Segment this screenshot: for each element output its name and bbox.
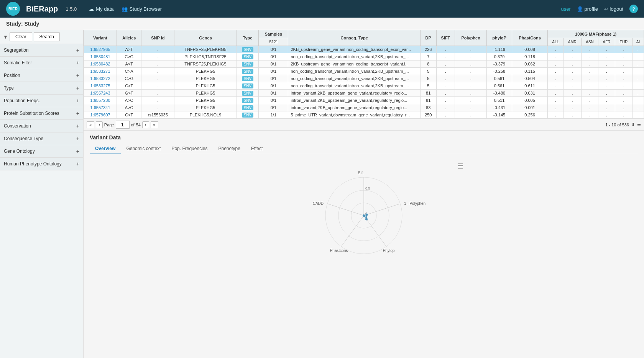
download-icon[interactable]: ⬇	[631, 122, 635, 127]
cell-variant[interactable]: 1:6557243	[84, 90, 117, 97]
users-icon: 👥	[122, 6, 128, 12]
columns-icon[interactable]: ☰	[637, 122, 641, 127]
logout-link[interactable]: ↩ logout	[604, 6, 623, 12]
sidebar-section-protein-substitution-scores[interactable]: Protein Substitution Scores+	[0, 107, 83, 120]
cell-variant[interactable]: 1:6557280	[84, 97, 117, 104]
cell-snpid: .	[141, 97, 174, 104]
cell-snpid: .	[141, 75, 174, 82]
cell-genes: PLEKHG5	[174, 82, 237, 90]
first-page-button[interactable]: «	[87, 121, 94, 128]
sidebar-section-consequence-type[interactable]: Consequence Type+	[0, 132, 83, 145]
prev-page-button[interactable]: ‹	[96, 121, 103, 128]
cell-variant[interactable]: 1:6530482	[84, 60, 117, 68]
cell-variant[interactable]: 1:6527965	[84, 46, 117, 53]
tab-phenotype[interactable]: Phenotype	[213, 144, 245, 154]
page-input[interactable]	[116, 121, 130, 129]
user-link[interactable]: user	[561, 6, 571, 12]
cell-snpid: .	[141, 90, 174, 97]
help-button[interactable]: ?	[629, 5, 638, 13]
cell-sift: .	[436, 104, 455, 111]
cell-maf: .	[598, 104, 615, 111]
cell-phastcons: 0.256	[512, 111, 547, 119]
table-row[interactable]: 1:6533271 C>A . PLEKHG5 SNV 0/1 non_codi…	[84, 68, 644, 75]
app-logo[interactable]: BiER	[6, 2, 20, 16]
cell-polyphen: .	[455, 60, 487, 68]
cell-maf: .	[615, 97, 632, 104]
table-row[interactable]: 1:6557341 A>C . PLEKHG5 SNV 0/1 intron_v…	[84, 104, 644, 111]
cell-maf: .	[581, 90, 598, 97]
variant-data-title: Variant Data	[90, 134, 638, 141]
profile-link[interactable]: 👤 profile	[577, 6, 598, 12]
svg-line-5	[364, 216, 386, 247]
nav-study-browser[interactable]: 👥 Study Browser	[122, 6, 162, 12]
table-row[interactable]: 1:6530482 A>T . TNFRSF25,PLEKHG5 SNV 0/1…	[84, 60, 644, 68]
sidebar-section-type[interactable]: Type+	[0, 82, 83, 95]
cell-sift: .	[436, 111, 455, 119]
sidebar-section-conservation[interactable]: Conservation+	[0, 120, 83, 132]
table-row[interactable]: 1:6533275 C>T . PLEKHG5 SNV 0/1 non_codi…	[84, 82, 644, 90]
sidebar-section-human-phenotype-ontology[interactable]: Human Phenotype Ontology+	[0, 158, 83, 170]
sidebar-section-population-freqs.[interactable]: Population Freqs.+	[0, 95, 83, 107]
cell-maf: .	[548, 75, 564, 82]
navbar: BiER BiERapp 1.5.0 ☁ My data 👥 Study Bro…	[0, 0, 644, 18]
tab-pop.-frequencies[interactable]: Pop. Frequencies	[166, 144, 213, 154]
last-page-button[interactable]: »	[151, 121, 158, 128]
cell-maf: .	[548, 68, 564, 75]
cell-phastcons: 0.504	[512, 75, 547, 82]
sidebar-sections: Segregation+Somatic Filter+Position+Type…	[0, 44, 83, 170]
search-button[interactable]: Search	[34, 32, 60, 41]
table-row[interactable]: 1:6530481 C>G . PLEKHG5,TNFRSF25 SNV 0/1…	[84, 53, 644, 60]
expand-icon: +	[76, 60, 79, 66]
cell-variant[interactable]: 1:6579607	[84, 111, 117, 119]
table-row[interactable]: 1:6557280 A>C . PLEKHG5 SNV 0/1 intron_v…	[84, 97, 644, 104]
sidebar-section-position[interactable]: Position+	[0, 69, 83, 82]
cell-maf: .	[632, 97, 644, 104]
of-label: of	[131, 123, 135, 127]
table-row[interactable]: 1:6557243 G>T . PLEKHG5 SNV 0/1 intron_v…	[84, 90, 644, 97]
variant-table-container[interactable]: Variant Alleles SNP Id Genes Type Sample…	[84, 30, 644, 119]
sidebar-section-somatic-filter[interactable]: Somatic Filter+	[0, 57, 83, 69]
chart-menu-icon[interactable]: ☰	[457, 162, 463, 170]
nav-mydata[interactable]: ☁ My data	[89, 6, 113, 12]
table-row[interactable]: 1:6533272 C>G . PLEKHG5 SNV 0/1 non_codi…	[84, 75, 644, 82]
clear-button[interactable]: Clear	[10, 32, 32, 41]
cell-maf: .	[564, 46, 582, 53]
table-row[interactable]: 1:6579607 C>T rs1556035 PLEKHG5,NOL9 SNV…	[84, 111, 644, 119]
expand-icon: +	[76, 123, 79, 129]
cell-genes: PLEKHG5	[174, 90, 237, 97]
cell-samples: 0/1	[259, 82, 288, 90]
tab-overview[interactable]: Overview	[90, 144, 121, 154]
cell-maf: .	[564, 68, 582, 75]
svg-point-11	[363, 214, 365, 217]
table-row[interactable]: 1:6527965 A>T . TNFRSF25,PLEKHG5 SNV 0/1…	[84, 46, 644, 53]
next-page-button[interactable]: ›	[142, 121, 149, 128]
cell-maf: .	[598, 46, 615, 53]
cell-variant[interactable]: 1:6533275	[84, 82, 117, 90]
cell-snpid: .	[141, 60, 174, 68]
cell-type: SNV	[237, 53, 259, 60]
svg-point-12	[366, 214, 368, 216]
cell-maf: .	[632, 104, 644, 111]
tab-genomic-context[interactable]: Genomic context	[121, 144, 166, 154]
tab-effect[interactable]: Effect	[246, 144, 268, 154]
expand-icon: +	[76, 47, 79, 53]
sidebar-section-segregation[interactable]: Segregation+	[0, 44, 83, 57]
cell-variant[interactable]: 1:6530481	[84, 53, 117, 60]
cell-phylop: 0.561	[487, 75, 512, 82]
cell-variant[interactable]: 1:6533271	[84, 68, 117, 75]
cell-maf: .	[598, 60, 615, 68]
cell-maf: .	[548, 53, 564, 60]
cell-variant[interactable]: 1:6533272	[84, 75, 117, 82]
cell-maf: .	[548, 82, 564, 90]
cell-phylop: -0.480	[487, 90, 512, 97]
cell-type: SNV	[237, 75, 259, 82]
cell-alleles: C>T	[117, 82, 141, 90]
person-icon: 👤	[577, 6, 583, 12]
sidebar-section-gene-ontology[interactable]: Gene Ontology+	[0, 145, 83, 158]
cell-polyphen: .	[455, 104, 487, 111]
col-genes: Genes	[174, 30, 237, 46]
cell-maf: .	[615, 104, 632, 111]
cell-maf: .	[564, 104, 582, 111]
cell-samples: 0/1	[259, 68, 288, 75]
cell-variant[interactable]: 1:6557341	[84, 104, 117, 111]
